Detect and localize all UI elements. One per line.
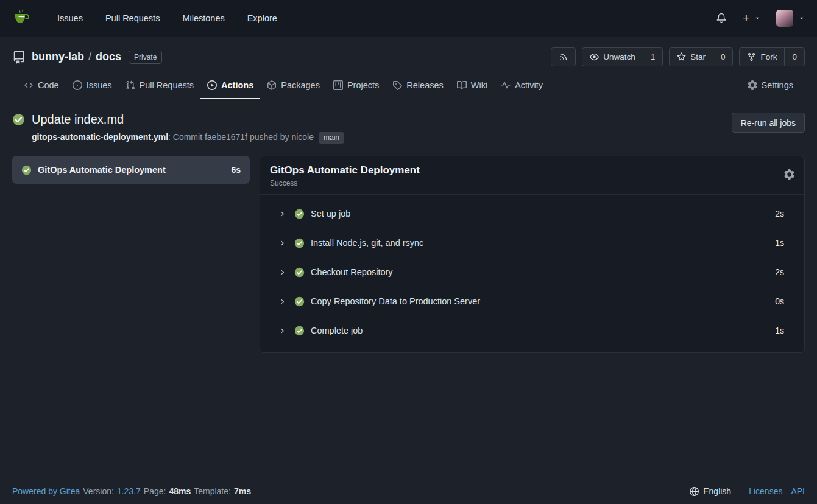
step-row-install-dependencies[interactable]: Install Node.js, git, and rsync 1s	[260, 228, 804, 257]
star-label: Star	[690, 52, 706, 61]
job-item-gitops-automatic-deployment[interactable]: GitOps Automatic Deployment 6s	[12, 156, 250, 184]
rss-button[interactable]	[551, 48, 575, 66]
step-row-complete-job[interactable]: Complete job 1s	[260, 316, 804, 345]
workflow-file-name: gitops-automatic-deployment.yml	[32, 132, 168, 142]
tab-label: Packages	[281, 80, 320, 90]
run-success-check-icon	[12, 113, 25, 126]
step-row-copy-repository-data[interactable]: Copy Repository Data to Production Serve…	[260, 287, 804, 316]
nav-issues[interactable]: Issues	[57, 13, 83, 23]
licenses-link[interactable]: Licenses	[749, 486, 782, 496]
step-name: Checkout Repository	[311, 267, 393, 277]
star-button[interactable]: Star	[670, 48, 713, 66]
chevron-right-icon	[279, 211, 286, 217]
language-label: English	[703, 486, 731, 496]
step-name: Install Node.js, git, and rsync	[311, 238, 423, 248]
chevron-right-icon	[279, 240, 286, 247]
tab-label: Settings	[762, 80, 793, 90]
fork-button[interactable]: Fork	[740, 48, 784, 66]
tab-wiki[interactable]: Wiki	[450, 74, 494, 99]
tab-label: Projects	[347, 80, 379, 90]
step-row-set-up-job[interactable]: Set up job 2s	[260, 199, 804, 228]
tab-activity[interactable]: Activity	[494, 74, 550, 99]
notifications-button[interactable]	[716, 13, 727, 24]
run-meta: gitops-automatic-deployment.yml: Commit …	[32, 132, 344, 144]
page-footer: Powered by Gitea Version: 1.23.7 Page: 4…	[0, 478, 817, 504]
tab-label: Pull Requests	[140, 80, 194, 90]
tab-releases[interactable]: Releases	[386, 74, 450, 99]
powered-by-gitea-link[interactable]: Powered by Gitea	[12, 486, 80, 496]
tab-projects[interactable]: Projects	[327, 74, 386, 99]
fork-label: Fork	[760, 52, 777, 61]
step-duration: 1s	[775, 238, 784, 248]
commit-prefix: : Commit	[168, 132, 205, 142]
job-duration: 6s	[231, 165, 241, 175]
api-link[interactable]: API	[791, 486, 805, 496]
tab-issues[interactable]: Issues	[66, 74, 119, 99]
repo-header: bunny-lab / docs Private Unwatch 1 Star …	[0, 37, 817, 99]
main-nav: Issues Pull Requests Milestones Explore	[57, 13, 277, 23]
pull-request-icon	[126, 80, 135, 90]
nav-pull-requests[interactable]: Pull Requests	[105, 13, 160, 23]
language-selector[interactable]: English	[690, 486, 731, 496]
job-detail-title: GitOps Automatic Deployment	[270, 164, 420, 177]
package-icon	[267, 80, 277, 90]
watchers-count[interactable]: 1	[643, 48, 663, 66]
step-row-checkout-repository[interactable]: Checkout Repository 2s	[260, 257, 804, 287]
tab-packages[interactable]: Packages	[260, 74, 327, 99]
step-name: Complete job	[311, 326, 363, 335]
gitea-logo[interactable]	[12, 9, 32, 28]
repo-action-buttons: Unwatch 1 Star 0 Fork 0	[551, 47, 805, 66]
rss-icon	[559, 52, 568, 61]
rerun-all-jobs-button[interactable]: Re-run all jobs	[732, 113, 805, 133]
tab-pull-requests[interactable]: Pull Requests	[119, 74, 200, 99]
user-menu-button[interactable]	[776, 10, 805, 27]
unwatch-button[interactable]: Unwatch	[582, 48, 643, 66]
top-navbar: Issues Pull Requests Milestones Explore …	[0, 0, 817, 37]
tab-actions[interactable]: Actions	[200, 74, 260, 99]
version-link[interactable]: 1.23.7	[117, 486, 141, 496]
repo-tabs: Code Issues Pull Requests Actions Packag…	[12, 74, 805, 99]
tab-settings[interactable]: Settings	[741, 74, 800, 99]
job-name: GitOps Automatic Deployment	[38, 165, 166, 175]
pushed-by-text: pushed by	[247, 132, 291, 142]
commit-author[interactable]: nicole	[291, 132, 314, 142]
version-label: Version:	[83, 486, 114, 496]
tab-label: Activity	[515, 80, 543, 90]
branch-badge[interactable]: main	[319, 132, 344, 144]
visibility-badge: Private	[129, 51, 162, 64]
repo-owner-link[interactable]: bunny-lab	[32, 51, 84, 63]
job-detail-header: GitOps Automatic Deployment Success	[260, 156, 804, 195]
chevron-right-icon	[279, 269, 286, 276]
tab-label: Releases	[406, 80, 443, 90]
nav-explore[interactable]: Explore	[247, 13, 277, 23]
project-board-icon	[333, 80, 343, 90]
gear-icon	[784, 169, 794, 180]
tab-label: Code	[38, 80, 59, 90]
chevron-down-icon	[799, 15, 805, 21]
job-detail-card: GitOps Automatic Deployment Success Set …	[260, 156, 805, 353]
plus-icon: +	[743, 12, 750, 24]
job-status: Success	[270, 179, 420, 187]
star-icon	[677, 52, 686, 61]
pulse-icon	[501, 80, 511, 90]
forks-count[interactable]: 0	[784, 48, 804, 66]
tab-code[interactable]: Code	[17, 74, 66, 99]
create-new-button[interactable]: +	[743, 13, 760, 24]
step-duration: 2s	[775, 209, 784, 219]
settings-gear-icon	[748, 80, 757, 90]
repo-name-link[interactable]: docs	[96, 51, 121, 63]
step-duration: 0s	[775, 296, 784, 306]
steps-list: Set up job 2s Install Node.js, git, and …	[260, 195, 804, 352]
stars-count[interactable]: 0	[713, 48, 733, 66]
nav-milestones[interactable]: Milestones	[182, 13, 224, 23]
step-name: Set up job	[311, 209, 350, 219]
step-success-icon	[294, 209, 305, 219]
job-success-check-icon	[21, 165, 32, 175]
repo-separator: /	[88, 51, 91, 63]
chevron-down-icon	[754, 15, 760, 21]
job-options-button[interactable]	[784, 169, 794, 180]
repo-icon	[12, 51, 26, 64]
commit-sha[interactable]: faebe1671f	[205, 132, 247, 142]
jobs-sidebar: GitOps Automatic Deployment 6s	[12, 156, 250, 184]
run-title: Update index.md	[32, 113, 124, 127]
